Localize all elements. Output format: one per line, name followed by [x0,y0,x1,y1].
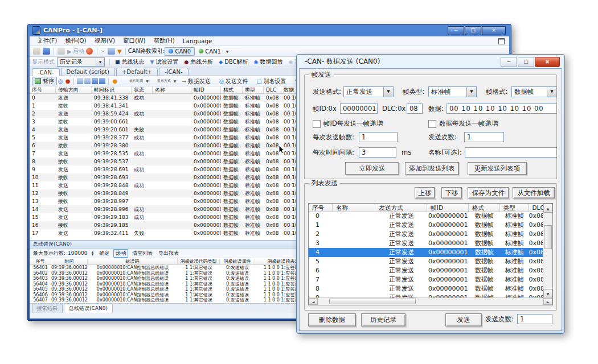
record-icon[interactable]: ◎ [58,78,63,84]
save-list-icon[interactable] [92,78,98,84]
start-label[interactable]: 启动 [73,47,84,55]
list-item[interactable]: 7 正常发送 0x00000001 数据帧 标准帧 0x08 [309,275,543,284]
dlc-input[interactable]: 08 [407,104,423,114]
toolbar-button[interactable]: □ 别名设置 [254,77,292,85]
interval-input[interactable]: 3 [359,147,396,158]
paste-icon[interactable] [84,78,91,84]
error-panel-action[interactable]: 导出报表 [157,250,181,257]
toolbar-button[interactable]: ◉ 数据回放 [251,58,286,66]
menu-item[interactable]: 文件(F) [33,37,61,45]
move-down-button[interactable]: 下移 [441,187,462,198]
send-format-combobox[interactable]: 正常发送 ▼ [343,86,394,97]
toolbar-button[interactable]: ◎ 发送文件 [216,77,254,85]
send-button[interactable]: 发送 [445,313,482,326]
update-list-item-button[interactable]: 更新发送列表项 [468,162,527,175]
data-increment-checkbox[interactable]: 数据每发送一帧递增 [428,119,498,128]
close-button[interactable]: × [482,26,506,35]
list-item[interactable]: 2 正常发送 0x00000001 数据帧 标准帧 0x08 [309,230,543,239]
minimize-button[interactable]: − [501,57,517,67]
display-mode-combobox[interactable]: 历史记录 ▼ [57,57,105,67]
save-to-file-button[interactable]: 保存为文件 [468,187,509,198]
scroll-left-icon[interactable]: ◄ [309,298,318,305]
list-item[interactable]: 5 正常发送 0x00000001 数据帧 标准帧 0x08 [309,257,543,266]
mdi-child-icon[interactable] [498,38,505,44]
stop-record-icon[interactable]: ● [65,78,71,84]
clear-icon[interactable]: ● [112,78,117,84]
history-button[interactable]: 历史记录 [361,313,406,326]
toolbar-button[interactable]: 软件时间 ▼ [125,77,151,85]
list-item[interactable]: 1 正常发送 0x00000001 数据帧 标准帧 0x08 [309,221,543,230]
minimize-button[interactable]: − [448,26,464,35]
frames-per-send-input[interactable]: 1 [359,132,398,142]
toolbar-button[interactable]: ◆ DBC解析 [216,58,251,66]
dialog-title-bar[interactable]: -CAN- 数据发送 (CAN0) − □ × [297,55,564,68]
toolbar-button[interactable]: → 数据发送 [179,77,216,85]
menu-item[interactable]: 视图(V) [91,37,119,45]
close-button[interactable]: × [535,57,560,67]
menu-item[interactable]: Language [179,38,216,44]
load-from-file-button[interactable]: 从文件加载 [513,187,555,198]
scroll-down-icon[interactable]: ▼ [543,289,552,298]
menu-item[interactable]: 帮助(H) [150,37,179,45]
menu-item[interactable]: 操作(O) [61,37,90,45]
toolbar-button[interactable]: 显示方式 ▼ [153,77,179,85]
workspace-tab[interactable]: -CAN- [32,68,60,76]
toolbar-button[interactable]: ▼ 滤波设置 [148,58,182,66]
list-item[interactable]: 4 正常发送 0x00000001 数据帧 标准帧 0x08 [309,248,543,257]
workspace-tab[interactable]: +Default+ [116,68,158,76]
save-icon[interactable] [43,48,50,55]
chevron-down-icon[interactable]: ▼ [383,87,393,97]
maximize-button[interactable]: □ [465,26,481,35]
frame-id-increment-checkbox[interactable]: 帧ID每发送一帧递增 [313,119,383,128]
error-panel-action[interactable]: 滚动 [113,249,128,258]
spinner-icon[interactable]: ▲▼ [91,251,93,255]
chevron-down-icon[interactable]: ▼ [547,87,556,97]
error-panel-action[interactable]: 确定 [97,250,111,257]
name-input[interactable] [465,147,557,158]
chevron-down-icon[interactable]: ▼ [466,87,476,97]
filter-icon[interactable]: ▼ [117,48,122,55]
toolbar-button[interactable]: ■ 总线状态 [112,58,148,66]
scrollbar-thumb[interactable] [329,299,416,304]
stop-icon[interactable] [86,48,93,55]
workspace-tab[interactable]: -iCAN- [159,68,188,76]
send-now-button[interactable]: 立即发送 [345,162,399,175]
move-up-button[interactable]: 上移 [415,187,435,198]
workspace-tab[interactable]: Default (script) [61,68,115,76]
open-icon[interactable] [33,48,40,55]
list-item[interactable]: 8 正常发送 0x00000001 数据帧 标准帧 0x08 [309,284,543,293]
scroll-right-icon[interactable]: ► [543,298,552,305]
channel-button[interactable]: CAN0 [165,47,195,56]
document-icon[interactable] [108,48,115,55]
cut-icon[interactable]: ✂ [101,48,105,55]
frame-type-combobox[interactable]: 标准帧 ▼ [428,86,477,97]
list-item[interactable]: 3 正常发送 0x00000001 数据帧 标准帧 0x08 [309,239,543,248]
channel-button[interactable]: CAN1 [195,47,225,56]
error-panel-action[interactable]: 清空列表 [130,250,154,257]
frame-id-input[interactable]: 00000001 [340,104,378,114]
list-item[interactable]: 0 正常发送 0x00000001 数据帧 标准帧 0x08 [309,212,543,221]
bottom-tab[interactable]: 搜索结果 [32,304,63,313]
footer-send-count-input[interactable]: 1 [517,314,552,324]
frame-format-combobox[interactable]: 数据帧 ▼ [511,86,557,97]
pause-button[interactable]: 暂停 [32,77,57,85]
start-icon[interactable]: ▶ [67,48,72,55]
scrollbar-thumb[interactable] [544,225,552,249]
add-to-list-button[interactable]: 添加到发送列表 [405,162,459,175]
vertical-scrollbar[interactable]: ▲ ▼ [543,204,552,298]
chevron-down-icon[interactable]: ▼ [96,58,104,66]
send-count-input[interactable]: 1 [464,132,504,142]
copy-icon[interactable] [77,78,83,84]
toolbar-overflow-icon[interactable]: ▼ [226,49,229,53]
scroll-up-icon[interactable]: ▲ [543,204,552,213]
bottom-tab[interactable]: 总线错误(CAN0) [64,304,113,313]
delete-data-button[interactable]: 删除数据 [308,313,356,326]
edit-icon[interactable] [58,48,65,55]
max-rows-input[interactable]: 100000 [68,250,87,256]
horizontal-scrollbar[interactable]: ◄ ► [309,297,552,305]
main-title-bar[interactable]: CANPro - [-CAN-] − □ × [30,24,509,36]
maximize-button[interactable]: □ [518,57,534,67]
save-all-icon[interactable] [99,78,105,84]
toolbar-button[interactable]: ● 曲线分析 [181,58,216,66]
menu-item[interactable]: 窗口(W) [119,37,150,45]
